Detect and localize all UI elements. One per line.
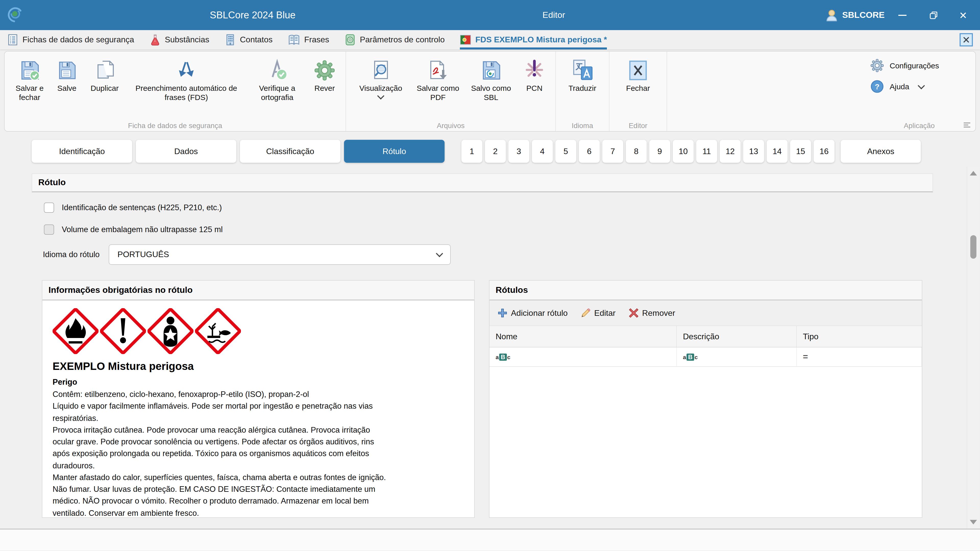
column-header-nome[interactable]: Nome: [490, 326, 677, 347]
selected-language: PORTUGUÊS: [118, 250, 169, 259]
minimize-button[interactable]: [891, 0, 914, 30]
visualizacao-button[interactable]: Visualização: [350, 56, 411, 100]
tab-8[interactable]: 8: [626, 140, 647, 163]
column-header-descricao[interactable]: Descrição: [677, 326, 797, 347]
close-editor-icon: [628, 57, 648, 81]
duplicate-pages-icon: [94, 57, 115, 81]
filter-descricao[interactable]: aBc: [677, 348, 797, 366]
ajuda-button[interactable]: ? Ajuda: [870, 79, 924, 94]
salvo-como-sbl-button[interactable]: Salvo como SBL: [465, 56, 517, 103]
tab-13[interactable]: 13: [743, 140, 764, 163]
help-icon: ?: [870, 79, 884, 94]
close-document-tab-button[interactable]: [959, 33, 973, 46]
labels-grid-header: Nome Descrição Tipo: [490, 326, 922, 348]
pcn-button[interactable]: PCN: [517, 56, 551, 94]
close-icon: [963, 36, 970, 43]
ghs-flame-icon: [52, 308, 99, 354]
checkbox-label: Identificação de sentenças (H225, P210, …: [62, 203, 222, 212]
tab-16[interactable]: 16: [814, 140, 835, 163]
label-language-select[interactable]: PORTUGUÊS: [109, 245, 451, 265]
pdf-download-icon: [427, 57, 449, 81]
tab-substancias[interactable]: Substâncias: [150, 30, 209, 49]
label-line: Manter afastado do calor, superfícies qu…: [52, 472, 387, 518]
user-account[interactable]: SBLCORE: [826, 0, 885, 30]
salve-button[interactable]: Salve: [51, 56, 83, 94]
close-window-button[interactable]: [951, 0, 975, 30]
traduzir-button[interactable]: Traduzir: [560, 56, 605, 94]
filter-nome[interactable]: aBc: [490, 348, 677, 366]
tab-identificacao[interactable]: Identificação: [32, 140, 132, 163]
tab-9[interactable]: 9: [649, 140, 670, 163]
section-title: Rótulo: [32, 173, 933, 192]
tab-label: Parâmetros de controlo: [360, 35, 445, 44]
tab-7[interactable]: 7: [602, 140, 623, 163]
numbered-tabs: 1 2 3 4 5 6 7 8 9 10 11 12 13 14 15 16: [461, 140, 835, 163]
tab-1[interactable]: 1: [461, 140, 482, 163]
editar-button[interactable]: Editar: [581, 308, 616, 318]
verifique-ortografia-button[interactable]: Verifique a ortografia: [247, 56, 308, 103]
tab-10[interactable]: 10: [673, 140, 694, 163]
salvar-como-pdf-button[interactable]: Salvar como PDF: [411, 56, 465, 103]
tab-contatos[interactable]: Contatos: [224, 30, 272, 49]
chevron-down-icon: [436, 250, 443, 257]
ghs-pictograms: [52, 308, 464, 354]
red-x-icon: [629, 308, 638, 318]
column-header-tipo[interactable]: Tipo: [797, 326, 922, 347]
volume-embalagem-checkbox[interactable]: [44, 224, 54, 235]
svg-text:?: ?: [875, 83, 880, 91]
section-tab-bar: Identificação Dados Classificação Rótulo…: [0, 135, 980, 167]
tab-anexos[interactable]: Anexos: [841, 140, 921, 163]
label-line: Líquido e vapor facilmente inflamáveis. …: [52, 400, 387, 424]
tab-12[interactable]: 12: [720, 140, 741, 163]
labels-grid-filter-row: aBc aBc =: [490, 348, 922, 367]
scrollbar-thumb[interactable]: [970, 235, 977, 259]
group-options-icon[interactable]: [963, 122, 971, 128]
scroll-down-icon[interactable]: [970, 520, 977, 524]
vertical-scrollbar[interactable]: [967, 167, 979, 529]
ribbon-group-editor: Fechar Editor: [609, 52, 667, 131]
tab-rotulo-active[interactable]: Rótulo: [344, 140, 445, 163]
tab-fichas-de-dados[interactable]: Fichas de dados de segurança: [7, 30, 134, 49]
tab-5[interactable]: 5: [555, 140, 576, 163]
bottom-strip: [0, 529, 980, 551]
tab-frases[interactable]: Frases: [288, 30, 329, 49]
scroll-up-icon[interactable]: [970, 171, 977, 176]
adicionar-rotulo-button[interactable]: Adicionar rótulo: [498, 308, 568, 318]
tab-parametros-de-controlo[interactable]: Parâmetros de controlo: [345, 30, 445, 49]
duplicar-button[interactable]: Duplicar: [83, 56, 126, 94]
tab-4[interactable]: 4: [532, 140, 553, 163]
restore-button[interactable]: [922, 0, 945, 30]
gear-icon: [870, 59, 884, 73]
tab-classificacao[interactable]: Classificação: [240, 140, 340, 163]
book-icon: [288, 34, 300, 46]
tab-15[interactable]: 15: [790, 140, 811, 163]
tab-14[interactable]: 14: [767, 140, 788, 163]
ribbon-group-aplicacao: Configurações ? Ajuda Aplicação: [863, 52, 975, 131]
chevron-down-icon: [377, 92, 384, 100]
close-icon: [959, 11, 967, 19]
main-content: Rótulo Identificação de sentenças (H225,…: [0, 167, 980, 529]
preenchimento-automatico-button[interactable]: Preenchimento automático de frases (FDS): [126, 56, 247, 103]
tab-6[interactable]: 6: [579, 140, 600, 163]
configuracoes-button[interactable]: Configurações: [870, 59, 939, 73]
tab-2[interactable]: 2: [485, 140, 506, 163]
target-icon: [345, 34, 356, 46]
tab-11[interactable]: 11: [696, 140, 717, 163]
label-info-panel: Informações obrigatórias no rótulo: [42, 280, 475, 518]
salvar-e-fechar-button[interactable]: Salvar e fechar: [9, 56, 51, 103]
pencil-icon: [581, 308, 590, 318]
ghs-exclamation-icon: [100, 308, 146, 354]
user-avatar-icon: [826, 9, 838, 21]
filter-tipo[interactable]: =: [797, 348, 922, 366]
fechar-editor-button[interactable]: Fechar: [614, 56, 662, 94]
tab-3[interactable]: 3: [508, 140, 529, 163]
remover-button[interactable]: Remover: [629, 308, 675, 318]
tab-label: FDS EXEMPLO Mistura perigosa *: [476, 35, 607, 44]
identificacao-sentencas-checkbox[interactable]: [44, 203, 54, 213]
tab-label: Frases: [304, 35, 329, 44]
checkbox-label: Volume de embalagem não ultrapasse 125 m…: [62, 225, 223, 234]
tab-fds-exemplo-active[interactable]: FDS EXEMPLO Mistura perigosa *: [460, 30, 607, 49]
equals-filter-icon: =: [803, 352, 808, 362]
tab-dados[interactable]: Dados: [136, 140, 236, 163]
rever-button[interactable]: Rever: [308, 56, 342, 94]
